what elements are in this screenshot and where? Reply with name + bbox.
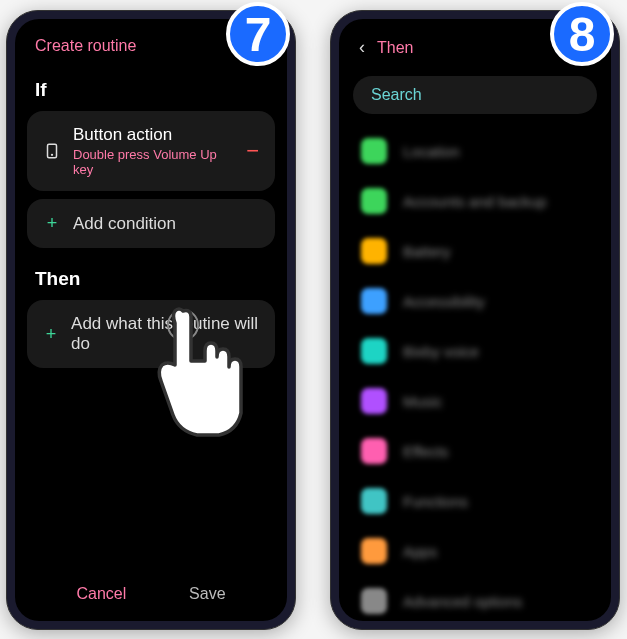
list-item[interactable]: Location [339,126,611,176]
list-item[interactable]: Bixby voice [339,326,611,376]
cancel-button[interactable]: Cancel [76,585,126,603]
category-icon [361,288,387,314]
if-section-title: If [15,67,287,111]
phone-frame-right: ‹ Then Search LocationAccounts and backu… [330,10,620,630]
category-icon [361,338,387,364]
category-label: Accessibility [403,293,485,310]
category-label: Bixby voice [403,343,479,360]
footer-actions: Cancel Save [15,585,287,603]
category-label: Apps [403,543,437,560]
category-icon [361,138,387,164]
list-item[interactable]: Battery [339,226,611,276]
category-label: Location [403,143,460,160]
list-item[interactable]: Accessibility [339,276,611,326]
condition-title: Button action [73,125,234,145]
list-item[interactable]: Functions [339,476,611,526]
back-icon[interactable]: ‹ [359,37,365,58]
add-condition-button[interactable]: + Add condition [27,199,275,248]
plus-icon: + [43,213,61,234]
category-label: Effects [403,443,449,460]
remove-condition-button[interactable]: − [246,138,259,164]
add-action-button[interactable]: + Add what this routine will do [27,300,275,368]
category-icon [361,488,387,514]
header-title: Create routine [35,37,136,55]
step-badge-7: 7 [226,2,290,66]
condition-content: Button action Double press Volume Up key [73,125,234,177]
search-input[interactable]: Search [353,76,597,114]
list-item[interactable]: Apps [339,526,611,576]
step-badge-8: 8 [550,2,614,66]
category-label: Music [403,393,442,410]
add-condition-label: Add condition [73,214,176,234]
button-action-icon [43,142,61,160]
list-item[interactable]: Accounts and backup [339,176,611,226]
add-action-label: Add what this routine will do [71,314,259,354]
save-button[interactable]: Save [189,585,225,603]
category-icon [361,388,387,414]
phone-frame-left: Create routine If Button action Double p… [6,10,296,630]
category-icon [361,538,387,564]
category-label: Accounts and backup [403,193,546,210]
screen-create-routine: Create routine If Button action Double p… [15,19,287,621]
category-label: Battery [403,243,451,260]
plus-icon: + [43,324,59,345]
then-section-title: Then [15,256,287,300]
svg-point-1 [51,154,53,156]
category-icon [361,438,387,464]
category-label: Functions [403,493,468,510]
category-icon [361,238,387,264]
category-icon [361,188,387,214]
category-list: LocationAccounts and backupBatteryAccess… [339,126,611,621]
condition-card[interactable]: Button action Double press Volume Up key… [27,111,275,191]
header-title: Then [377,39,413,57]
tap-indicator-ring [167,309,199,341]
condition-subtitle: Double press Volume Up key [73,147,234,177]
list-item[interactable]: Advanced options [339,576,611,621]
list-item[interactable]: Music [339,376,611,426]
category-icon [361,588,387,614]
category-label: Advanced options [403,593,522,610]
list-item[interactable]: Effects [339,426,611,476]
screen-then-picker: ‹ Then Search LocationAccounts and backu… [339,19,611,621]
